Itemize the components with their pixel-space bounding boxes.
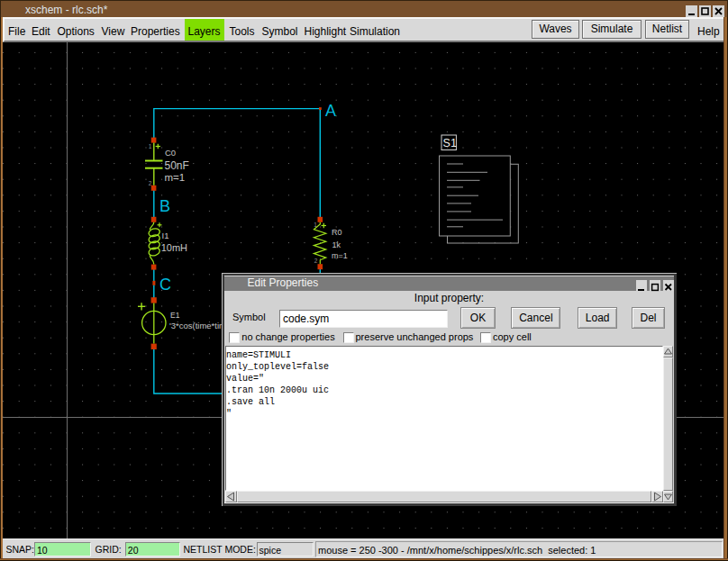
- svg-text:A: A: [325, 102, 336, 120]
- svg-text:1: 1: [314, 222, 317, 228]
- svg-text:C: C: [159, 276, 171, 294]
- svg-text:m=1: m=1: [332, 251, 348, 260]
- svg-text:1: 1: [149, 143, 152, 149]
- svg-text:10mH: 10mH: [161, 242, 187, 253]
- svg-text:2: 2: [149, 180, 152, 186]
- svg-text:E1: E1: [170, 311, 180, 320]
- svg-text:1k: 1k: [332, 240, 341, 249]
- svg-text:B: B: [159, 197, 170, 215]
- svg-text:m=1: m=1: [165, 172, 186, 183]
- svg-text:R0: R0: [332, 228, 342, 237]
- svg-text:I1: I1: [162, 231, 169, 240]
- svg-text:C0: C0: [165, 148, 176, 158]
- svg-text:2: 2: [314, 258, 318, 264]
- svg-text:S1: S1: [443, 137, 457, 149]
- svg-text:50nF: 50nF: [165, 159, 189, 172]
